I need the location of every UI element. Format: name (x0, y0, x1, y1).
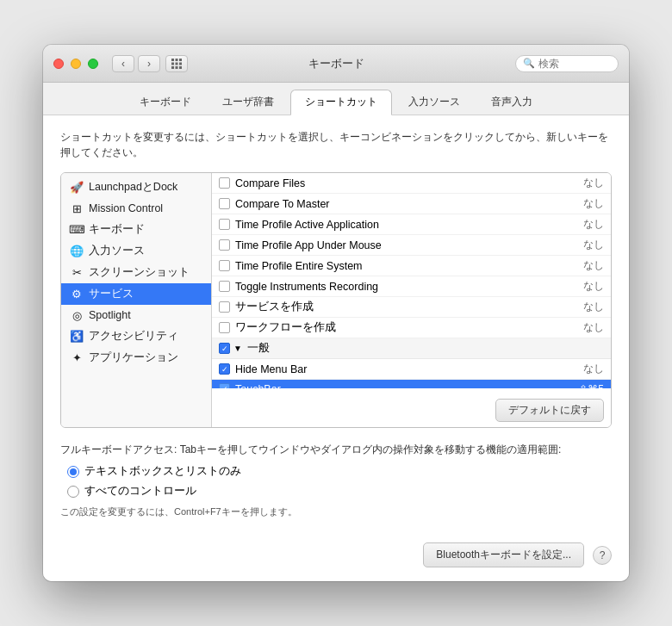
tab-voice-input[interactable]: 音声入力 (476, 90, 547, 115)
spotlight-icon: ◎ (70, 308, 84, 322)
shortcut-key-time-profile-entire: なし (583, 258, 604, 273)
tab-bar: キーボード ユーザ辞書 ショートカット 入力ソース 音声入力 (43, 83, 629, 115)
shortcut-name-toggle-instruments: Toggle Instruments Recording (235, 281, 578, 293)
shortcut-key-touchbar: ⇧⌘5 (579, 383, 604, 389)
checkbox-toggle-instruments[interactable] (219, 281, 230, 292)
checkbox-compare-master[interactable] (219, 198, 230, 209)
shortcut-key-create-workflow: なし (583, 320, 604, 335)
hint-text: この設定を変更するには、Control+F7キーを押します。 (60, 505, 612, 518)
shortcut-name-create-service: サービスを作成 (235, 300, 578, 314)
checkbox-hide-menu-bar[interactable]: ✓ (219, 363, 230, 375)
search-box[interactable]: 🔍 (515, 55, 619, 72)
row-time-profile-mouse[interactable]: Time Profile App Under Mouse なし (212, 235, 611, 256)
shortcut-name-time-profile-active: Time Profile Active Application (235, 219, 578, 231)
close-button[interactable] (53, 59, 64, 69)
shortcut-list: Compare Files なし Compare To Master なし Ti… (212, 173, 611, 388)
keyboard-access-section: フルキーボードアクセス: Tabキーを押してウインドウやダイアログ内の操作対象を… (60, 442, 612, 518)
row-time-profile-entire[interactable]: Time Profile Entire System なし (212, 256, 611, 276)
default-btn-area: デフォルトに戻す (212, 394, 611, 427)
applications-icon: ✦ (70, 351, 84, 365)
svg-rect-6 (171, 66, 174, 69)
tab-shortcuts[interactable]: ショートカット (290, 90, 392, 115)
launchpad-icon: 🚀 (70, 181, 84, 195)
help-button[interactable]: ? (593, 546, 612, 565)
shortcut-name-touchbar: TouchBar (235, 383, 574, 389)
sidebar-item-accessibility[interactable]: ♿ アクセシビリティ (61, 325, 211, 347)
titlebar: ‹ › キーボード 🔍 (43, 45, 629, 83)
sidebar-item-keyboard[interactable]: ⌨ キーボード (61, 219, 211, 240)
row-hide-menu-bar[interactable]: ✓ Hide Menu Bar なし (212, 359, 611, 380)
search-input[interactable] (538, 58, 607, 70)
checkbox-time-profile-entire[interactable] (219, 260, 230, 271)
radio-label-all-controls: すべてのコントロール (84, 484, 196, 499)
checkbox-touchbar[interactable]: ✓ (219, 383, 230, 388)
default-button[interactable]: デフォルトに戻す (495, 399, 604, 422)
description-text: ショートカットを変更するには、ショートカットを選択し、キーコンビネーションをクリ… (60, 129, 612, 160)
svg-rect-0 (171, 59, 174, 61)
radio-text-list[interactable]: テキストボックスとリストのみ (67, 464, 612, 479)
chevron-down-icon: ▼ (233, 344, 242, 353)
sidebar-label-accessibility: アクセシビリティ (89, 329, 178, 344)
tab-keyboard[interactable]: キーボード (125, 90, 206, 115)
svg-rect-5 (179, 62, 182, 65)
sidebar-item-input-source[interactable]: 🌐 入力ソース (61, 240, 211, 262)
radio-label-text-list: テキストボックスとリストのみ (84, 464, 241, 479)
checkbox-time-profile-mouse[interactable] (219, 239, 230, 251)
screenshot-icon: ✂ (70, 266, 84, 280)
sidebar-item-screenshot[interactable]: ✂ スクリーンショット (61, 262, 211, 283)
sidebar-label-launchpad: LaunchpadとDock (89, 180, 177, 195)
accessibility-icon: ♿ (70, 330, 84, 344)
shortcut-key-compare-master: なし (583, 196, 604, 211)
content-area: ショートカットを変更するには、ショートカットを選択し、キーコンビネーションをクリ… (43, 115, 629, 532)
row-create-service[interactable]: サービスを作成 なし (212, 297, 611, 318)
shortcut-key-time-profile-mouse: なし (583, 238, 604, 252)
shortcut-key-hide-menu-bar: なし (583, 362, 604, 376)
shortcut-key-create-service: なし (583, 300, 604, 314)
row-time-profile-active[interactable]: Time Profile Active Application なし (212, 214, 611, 235)
svg-rect-7 (176, 66, 178, 69)
radio-all-controls[interactable]: すべてのコントロール (67, 484, 612, 499)
checkbox-create-workflow[interactable] (219, 322, 230, 333)
minimize-button[interactable] (71, 59, 81, 69)
main-split-area: 🚀 LaunchpadとDock ⊞ Mission Control ⌨ キーボ… (60, 172, 612, 428)
services-icon: ⚙ (70, 288, 84, 301)
row-touchbar[interactable]: ✓ TouchBar ⇧⌘5 (212, 380, 611, 388)
sidebar-item-launchpad[interactable]: 🚀 LaunchpadとDock (61, 177, 211, 198)
radio-group-keyboard-access: テキストボックスとリストのみ すべてのコントロール (67, 464, 612, 499)
traffic-lights (53, 59, 98, 69)
tab-user-dict[interactable]: ユーザ辞書 (208, 90, 289, 115)
checkbox-group-general[interactable]: ✓ (219, 343, 230, 354)
row-create-workflow[interactable]: ワークフローを作成 なし (212, 318, 611, 338)
svg-rect-2 (179, 59, 182, 61)
svg-rect-1 (176, 59, 178, 61)
sidebar-item-mission-control[interactable]: ⊞ Mission Control (61, 198, 211, 219)
search-icon: 🔍 (523, 58, 535, 69)
row-toggle-instruments[interactable]: Toggle Instruments Recording なし (212, 276, 611, 297)
input-source-icon: 🌐 (70, 245, 84, 258)
forward-button[interactable]: › (138, 55, 160, 72)
grid-button[interactable] (165, 55, 188, 72)
radio-circle-all-controls (67, 486, 79, 498)
sidebar-item-spotlight[interactable]: ◎ Spotlight (61, 305, 211, 325)
row-compare-master[interactable]: Compare To Master なし (212, 194, 611, 214)
checkbox-compare-files[interactable] (219, 177, 230, 189)
tab-input-source[interactable]: 入力ソース (394, 90, 475, 115)
maximize-button[interactable] (88, 59, 98, 69)
checkbox-time-profile-active[interactable] (219, 219, 230, 230)
shortcut-name-time-profile-entire: Time Profile Entire System (235, 260, 578, 272)
back-button[interactable]: ‹ (112, 55, 134, 72)
sidebar-item-services[interactable]: ⚙ サービス (61, 283, 211, 305)
sidebar: 🚀 LaunchpadとDock ⊞ Mission Control ⌨ キーボ… (61, 173, 212, 427)
sidebar-label-spotlight: Spotlight (89, 309, 131, 321)
svg-rect-3 (171, 62, 174, 65)
checkbox-create-service[interactable] (219, 301, 230, 313)
svg-rect-4 (176, 62, 178, 65)
sidebar-item-applications[interactable]: ✦ アプリケーション (61, 347, 211, 369)
sidebar-label-keyboard: キーボード (89, 222, 145, 237)
row-compare-files[interactable]: Compare Files なし (212, 173, 611, 194)
bluetooth-button[interactable]: Bluetoothキーボードを設定... (423, 542, 584, 567)
group-header-general[interactable]: ✓ ▼ 一般 (212, 338, 611, 359)
main-window: ‹ › キーボード 🔍 キーボード ユーザ辞書 ショートカット (43, 45, 629, 581)
sidebar-label-services: サービス (89, 287, 134, 301)
group-label-general: 一般 (247, 341, 270, 356)
